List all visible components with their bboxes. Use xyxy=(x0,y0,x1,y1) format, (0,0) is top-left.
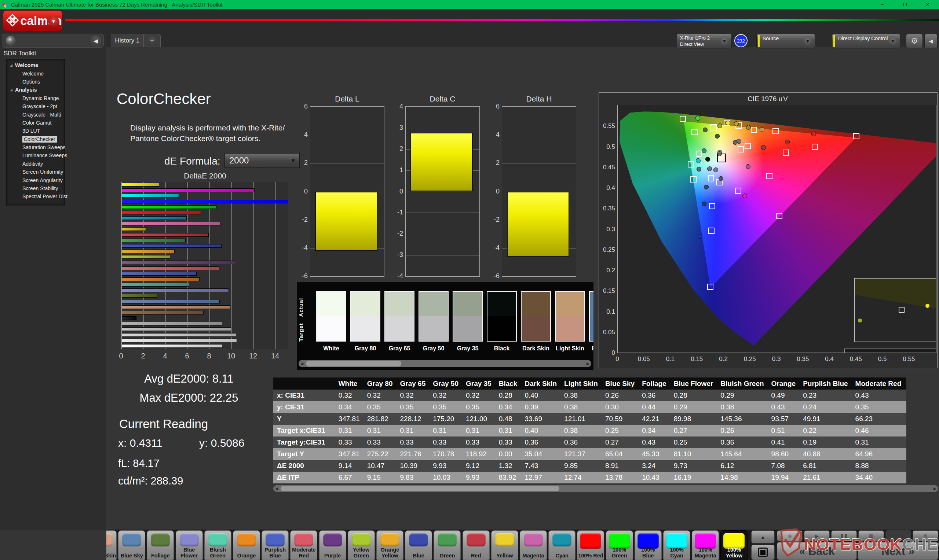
table-col-black: Black xyxy=(496,377,523,389)
sidebar-item-analysis[interactable]: ◢Analysis xyxy=(6,86,65,94)
swatch-scrollbar-thumb[interactable] xyxy=(306,361,401,366)
color-chip xyxy=(265,533,285,546)
table-col-gray-35: Gray 35 xyxy=(464,377,496,389)
patch-button-light-skin[interactable]: Light Skin xyxy=(106,530,117,560)
back-button[interactable]: « Back xyxy=(777,542,857,560)
patch-button-100-cyan[interactable]: 100% Cyan xyxy=(663,530,690,560)
patch-button-blue-flower[interactable]: Blue Flower xyxy=(176,530,203,560)
calman-diamond-icon xyxy=(7,15,19,27)
sidebar-item-colorchecker[interactable]: ColorChecker xyxy=(6,135,65,143)
sidebar-item-screen-stability[interactable]: Screen Stability xyxy=(6,185,65,192)
patch-button-blue-sky[interactable]: Blue Sky xyxy=(118,530,145,560)
cie-target-marker xyxy=(751,127,757,133)
scroll-right-icon[interactable]: ▶ xyxy=(932,485,938,492)
sidebar-item-3d-lut[interactable]: 3D LUT xyxy=(6,127,65,135)
cie-target-marker xyxy=(696,151,702,157)
swatch-scrollbar[interactable]: ◀▶ xyxy=(299,360,591,367)
swatch-gray-65 xyxy=(384,291,415,342)
patch-button-100-green[interactable]: 100% Green xyxy=(606,530,633,560)
color-chip xyxy=(294,533,313,546)
patch-button-bluish-green[interactable]: Bluish Green xyxy=(204,530,231,560)
patch-button-bar: Light SkinBlue SkyFoliageBlue FlowerBlui… xyxy=(106,529,939,560)
color-chip xyxy=(323,533,342,546)
sidebar-item-screen-angularity[interactable]: Screen Angularity xyxy=(6,176,65,184)
meter-dropdown[interactable]: X-Rite i1Pro 2 Direct View ▼ xyxy=(677,34,732,48)
sidebar-collapse-button[interactable]: ◀ xyxy=(90,35,101,46)
add-tab-button[interactable]: + xyxy=(143,34,160,47)
sidebar-item-saturation-sweeps[interactable]: Saturation Sweeps xyxy=(6,143,65,151)
stop-measure-button[interactable] xyxy=(751,545,775,560)
current-x: x: 0.4311 xyxy=(118,437,162,449)
scroll-right-icon[interactable]: ▶ xyxy=(585,360,591,367)
patch-button-orange[interactable]: Orange xyxy=(233,530,260,560)
table-scrollbar-thumb[interactable] xyxy=(281,486,560,491)
sidebar-item-dynamic-range[interactable]: Dynamic Range xyxy=(6,94,65,102)
minimize-icon[interactable]: − xyxy=(871,0,894,9)
transport-button-2[interactable]: ❚❚ xyxy=(831,530,857,541)
transport-button-0[interactable]: ◉ xyxy=(777,530,803,541)
patch-button-red[interactable]: Red xyxy=(463,530,490,560)
patch-button-foliage[interactable]: Foliage xyxy=(147,530,174,560)
scroll-left-icon[interactable]: ◀ xyxy=(273,485,280,492)
calman-menu-arrow-icon[interactable]: ▼ xyxy=(48,16,59,27)
next-button[interactable]: Next » xyxy=(857,542,938,560)
sidebar-item-additivity[interactable]: Additivity xyxy=(6,160,65,168)
sidebar-item-welcome[interactable]: Welcome xyxy=(6,69,65,77)
patch-button-yellow-green[interactable]: Yellow Green xyxy=(348,530,375,560)
patch-button-100-yellow[interactable]: 100% Yellow xyxy=(720,530,748,560)
sidebar-item-grayscale-multi[interactable]: Grayscale - Multi xyxy=(6,110,65,118)
delta-h-title: Delta H xyxy=(502,95,576,103)
delta-c-chart xyxy=(405,106,480,277)
collapse-panel-button[interactable]: ◀ xyxy=(924,34,937,48)
close-icon[interactable]: ✕ xyxy=(916,0,939,9)
sidebar-item-luminance-sweeps[interactable]: Luminance Sweeps xyxy=(6,151,65,159)
table-row: Target y:CIE310.330.330.330.330.330.330.… xyxy=(273,437,907,448)
deltae-bar-gray-50 xyxy=(122,327,231,331)
patch-button-orange-yellow[interactable]: Orange Yellow xyxy=(376,530,404,560)
history-tab-label[interactable]: History 1 xyxy=(111,34,143,47)
sidebar-item-options[interactable]: Options xyxy=(6,78,65,86)
target-row-label: Target xyxy=(298,320,304,345)
patch-button-moderate-red[interactable]: Moderate Red xyxy=(290,530,317,560)
de-formula-dropdown[interactable]: 2000 ▼ xyxy=(225,153,300,168)
color-chip xyxy=(552,533,572,546)
scroll-up-button[interactable]: ▲ xyxy=(751,530,775,543)
patch-button-100-red[interactable]: 100% Red xyxy=(577,530,604,560)
patch-button-green[interactable]: Green xyxy=(433,530,461,560)
table-col-bluish-green: Bluish Green xyxy=(718,377,769,389)
transport-button-5[interactable]: ⚙ xyxy=(913,530,938,541)
sidebar-item-spectral-power-dist-[interactable]: Spectral Power Dist. xyxy=(6,192,65,200)
current-fl: fL: 84.17 xyxy=(118,457,160,469)
tab-history-1[interactable]: History 1 + xyxy=(111,34,161,47)
chevron-left-icon: ◀ xyxy=(929,38,933,44)
patch-button-purple[interactable]: Purple xyxy=(319,530,346,560)
patch-button-100-magenta[interactable]: 100% Magenta xyxy=(692,530,719,560)
color-chip xyxy=(380,533,399,546)
table-col-light-skin: Light Skin xyxy=(562,377,603,389)
swatch-gray-35 xyxy=(453,291,483,342)
patch-button-100-blue[interactable]: 100% Blue xyxy=(635,530,662,560)
sidebar-item-welcome[interactable]: ◢Welcome xyxy=(6,61,65,69)
meter-reading-badge: 232 xyxy=(734,34,748,47)
sidebar-item-color-gamut[interactable]: Color Gamut xyxy=(6,119,65,127)
display-control-dropdown[interactable]: Direct Display Control ▼ xyxy=(832,34,900,48)
restore-icon[interactable] xyxy=(894,0,916,9)
settings-button[interactable]: ⚙ xyxy=(906,34,923,48)
sidebar-item-grayscale-2pt[interactable]: Grayscale - 2pt xyxy=(6,102,65,110)
calman-menu-button[interactable]: calman ▼ xyxy=(3,10,62,31)
transport-button-4[interactable]: ♡ xyxy=(885,530,911,541)
workflow-sphere-icon[interactable] xyxy=(6,36,16,46)
patch-button-magenta[interactable]: Magenta xyxy=(520,530,547,560)
transport-button-3[interactable]: ▦ xyxy=(858,530,884,541)
patch-button-yellow[interactable]: Yellow xyxy=(491,530,518,560)
tree-expander-icon[interactable]: ◢ xyxy=(10,88,12,92)
scroll-left-icon[interactable]: ◀ xyxy=(299,360,305,367)
patch-button-cyan[interactable]: Cyan xyxy=(548,530,575,560)
patch-button-purplish-blue[interactable]: Purplish Blue xyxy=(262,530,289,560)
tree-expander-icon[interactable]: ◢ xyxy=(10,63,12,67)
sidebar-item-screen-uniformity[interactable]: Screen Uniformity xyxy=(6,168,65,176)
source-dropdown[interactable]: Source ▼ xyxy=(756,34,815,48)
transport-button-1[interactable]: ▶ xyxy=(804,530,830,541)
table-scrollbar[interactable]: ◀ ▶ xyxy=(273,485,938,492)
patch-button-blue[interactable]: Blue xyxy=(405,530,432,560)
